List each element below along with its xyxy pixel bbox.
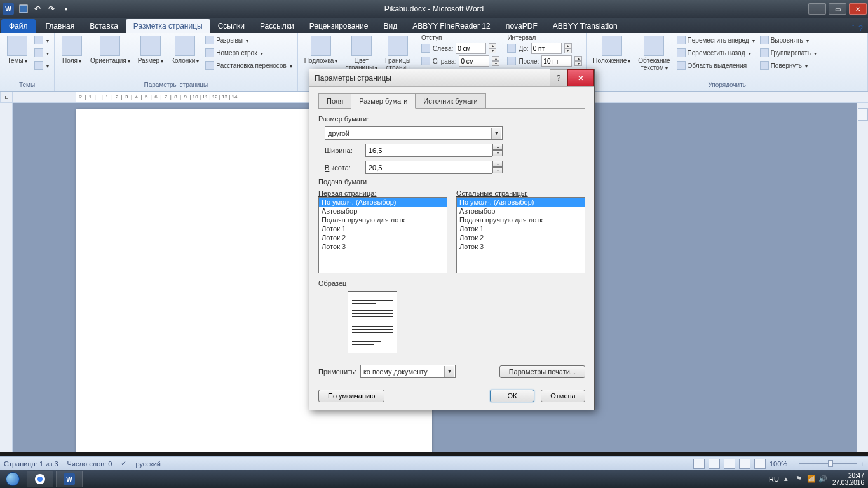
indent-right-input[interactable] xyxy=(459,55,489,67)
ribbon-tabs: Файл Главная Вставка Разметка страницы С… xyxy=(0,18,868,33)
tray-network-icon[interactable]: 📶 xyxy=(807,475,816,484)
zoom-out[interactable]: − xyxy=(791,460,795,468)
qat-undo[interactable]: ↶ xyxy=(32,3,43,15)
status-page[interactable]: Страница: 1 из 3 xyxy=(4,460,58,468)
view-web-layout[interactable] xyxy=(724,459,735,469)
start-button[interactable] xyxy=(0,470,25,488)
maximize-button[interactable]: ▭ xyxy=(829,3,846,15)
bring-forward-button[interactable]: Переместить вперед xyxy=(675,34,756,46)
tray-volume-icon[interactable]: 🔊 xyxy=(818,475,827,484)
tab-references[interactable]: Ссылки xyxy=(210,19,252,33)
qat-redo[interactable]: ↷ xyxy=(46,3,57,15)
dialog-tab-margins[interactable]: Поля xyxy=(318,93,351,109)
dialog-tabs: Поля Размер бумаги Источник бумаги xyxy=(318,93,585,109)
send-backward-button[interactable]: Переместить назад xyxy=(675,47,756,58)
close-button[interactable]: ✕ xyxy=(849,3,867,15)
tab-review[interactable]: Рецензирование xyxy=(302,19,376,33)
watermark-button[interactable]: Подложка xyxy=(302,34,341,66)
breaks-button[interactable]: Разрывы xyxy=(204,34,293,46)
selection-pane-button[interactable]: Область выделения xyxy=(675,60,756,71)
size-button[interactable]: Размер xyxy=(135,34,166,66)
position-button[interactable]: Положение xyxy=(590,34,633,66)
status-proofing-icon[interactable]: ✓ xyxy=(121,459,126,468)
word-icon: W xyxy=(3,3,14,15)
preview-box xyxy=(348,291,397,353)
tab-insert[interactable]: Вставка xyxy=(82,19,126,33)
view-full-screen[interactable] xyxy=(709,459,720,469)
vertical-ruler[interactable] xyxy=(0,103,13,452)
spacing-after-icon xyxy=(507,57,516,65)
line-numbers-button[interactable]: Номера строк xyxy=(204,47,293,58)
margins-button[interactable]: Поля xyxy=(58,34,85,66)
tab-file[interactable]: Файл xyxy=(1,19,36,33)
theme-effects[interactable] xyxy=(33,60,50,71)
help-icon[interactable]: ? xyxy=(858,24,863,33)
qat-save[interactable] xyxy=(18,3,29,15)
zoom-slider[interactable] xyxy=(799,463,857,464)
tray-chevron-icon[interactable]: ▴ xyxy=(784,475,793,484)
hyphenation-button[interactable]: Расстановка переносов xyxy=(204,60,293,71)
status-words[interactable]: Число слов: 0 xyxy=(67,460,112,468)
side-panel-tab[interactable] xyxy=(858,108,868,121)
default-button[interactable]: По умолчанию xyxy=(318,390,384,402)
task-chrome[interactable] xyxy=(27,471,53,487)
text-cursor xyxy=(137,135,137,145)
paper-size-select[interactable]: другой▼ xyxy=(325,126,503,140)
qat-customize[interactable] xyxy=(60,3,71,15)
theme-fonts[interactable] xyxy=(33,47,50,58)
tab-novapdf[interactable]: novaPDF xyxy=(498,19,545,33)
height-input[interactable] xyxy=(365,161,492,174)
tab-mailings[interactable]: Рассылки xyxy=(252,19,302,33)
ribbon-minimize-icon[interactable]: ˇ xyxy=(851,24,854,33)
tray-clock[interactable]: 20:47 27.03.2016 xyxy=(832,472,864,486)
group-button[interactable]: Группировать xyxy=(759,47,818,58)
dialog-tab-paper[interactable]: Размер бумаги xyxy=(351,93,416,109)
ruler-corner[interactable]: L xyxy=(0,92,13,103)
view-print-layout[interactable] xyxy=(693,459,705,469)
tab-view[interactable]: Вид xyxy=(376,19,405,33)
page-color-button[interactable]: Цвет страницы xyxy=(342,34,380,73)
zoom-level[interactable]: 100% xyxy=(770,460,787,468)
group-themes: Темы Темы xyxy=(0,33,55,91)
tab-abbyy-fr[interactable]: ABBYY FineReader 12 xyxy=(405,19,498,33)
theme-colors[interactable] xyxy=(33,34,50,46)
rotate-button[interactable]: Повернуть xyxy=(759,60,818,71)
spacing-before-input[interactable] xyxy=(531,43,562,54)
spacing-before-icon xyxy=(507,44,516,53)
dialog-titlebar[interactable]: Параметры страницы ? ✕ xyxy=(309,69,594,87)
titlebar: W ↶ ↷ Pikabu.docx - Microsoft Word — ▭ ✕ xyxy=(0,0,868,18)
width-input[interactable] xyxy=(365,144,492,157)
vertical-scrollbar[interactable] xyxy=(857,103,868,452)
dialog-tab-source[interactable]: Источник бумаги xyxy=(415,93,485,109)
apply-to-select[interactable]: ко всему документу▼ xyxy=(360,365,456,378)
orientation-button[interactable]: Ориентация xyxy=(88,34,133,66)
dialog-help-button[interactable]: ? xyxy=(550,69,567,86)
page-borders-button[interactable]: Границы страниц xyxy=(383,34,413,72)
page-setup-dialog: Параметры страницы ? ✕ Поля Размер бумаг… xyxy=(309,69,595,410)
status-language[interactable]: русский xyxy=(135,460,160,468)
align-button[interactable]: Выровнять xyxy=(759,34,818,46)
wrap-text-button[interactable]: Обтекание текстом xyxy=(635,34,672,73)
view-outline[interactable] xyxy=(739,459,750,469)
tray-lang[interactable]: RU xyxy=(769,475,779,483)
spacing-after-input[interactable] xyxy=(541,55,572,67)
other-pages-tray-list[interactable]: По умолч. (Автовыбор) Автовыбор Подача в… xyxy=(456,197,585,273)
zoom-in[interactable]: + xyxy=(860,460,864,468)
task-word[interactable]: W xyxy=(56,471,83,487)
indent-left-input[interactable] xyxy=(456,43,486,54)
ok-button[interactable]: ОК xyxy=(490,390,534,402)
tab-abbyy-tr[interactable]: ABBYY Translation xyxy=(545,19,625,33)
themes-button[interactable]: Темы xyxy=(4,34,31,66)
cancel-button[interactable]: Отмена xyxy=(541,390,585,402)
first-page-tray-list[interactable]: По умолч. (Автовыбор) Автовыбор Подача в… xyxy=(318,197,447,273)
columns-button[interactable]: Колонки xyxy=(168,34,201,66)
dialog-close-button[interactable]: ✕ xyxy=(567,69,594,86)
minimize-button[interactable]: — xyxy=(808,3,826,15)
tray-flag-icon[interactable]: ⚑ xyxy=(796,475,804,484)
tab-home[interactable]: Главная xyxy=(38,19,83,33)
view-draft[interactable] xyxy=(754,459,766,469)
tab-page-layout[interactable]: Разметка страницы xyxy=(126,19,210,33)
print-options-button[interactable]: Параметры печати... xyxy=(499,365,585,378)
indent-left-icon xyxy=(421,44,430,53)
group-arrange: Положение Обтекание текстом Переместить … xyxy=(587,33,868,91)
